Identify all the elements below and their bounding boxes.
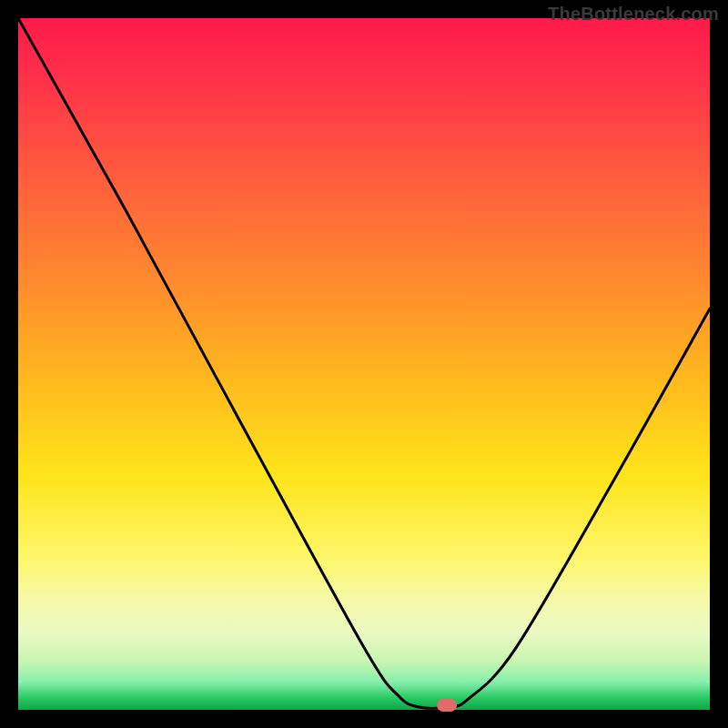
chart-container: TheBottleneck.com bbox=[0, 0, 728, 728]
curve-path bbox=[18, 18, 710, 708]
bottleneck-curve bbox=[18, 18, 710, 710]
plot-frame bbox=[18, 18, 710, 710]
optimal-point-marker bbox=[437, 699, 457, 712]
watermark-text: TheBottleneck.com bbox=[548, 4, 719, 25]
